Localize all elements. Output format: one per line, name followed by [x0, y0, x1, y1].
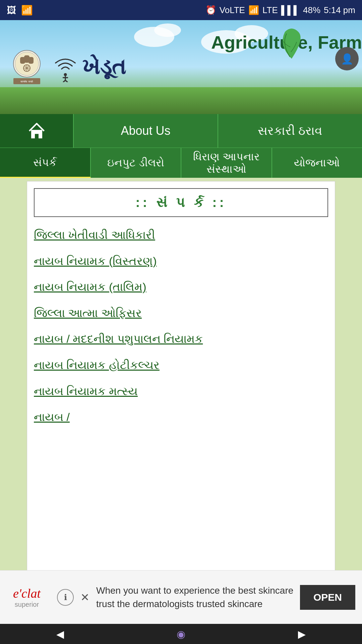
ad-close-icon[interactable]: ✕: [80, 591, 89, 604]
content-inner: :: સં પ ર્ક :: જિલ્લા ખેતીવાડી આધિકારીના…: [27, 181, 335, 577]
ad-text: When you want to experience the best ski…: [93, 584, 300, 610]
dhiran-nav-item[interactable]: ધિરાણ આપનાર સંસ્થાઓ: [181, 148, 272, 178]
grass-decoration: [0, 87, 362, 114]
network-icon: VoLTE: [220, 5, 245, 15]
svg-text:सत्यमेव जयते: सत्यमेव जयते: [20, 80, 33, 83]
header-banner: सत्यमेव जयते: [0, 20, 362, 114]
svg-rect-4: [24, 55, 29, 63]
national-emblem: सत्यमेव जयते: [10, 49, 44, 86]
eclat-logo: e'clat superior: [13, 586, 41, 608]
ad-logo-container: e'clat superior: [0, 583, 54, 612]
lte-icon: LTE: [262, 5, 278, 15]
contact-list-item: નાયબ નિયામક (તાલિમ): [34, 279, 328, 295]
contact-link-6[interactable]: નાયબ નિયામક મત્સ્ય: [34, 383, 328, 399]
status-bar-left: 🖼 📶: [7, 5, 33, 16]
contact-link-4[interactable]: નાયબ / મદદનીશ પશુપાલન નિયામક: [34, 331, 328, 347]
contact-link-0[interactable]: જિલ્લા ખેતીવાડી આધિકારી: [34, 227, 328, 243]
section-title: :: સં પ ર્ક ::: [34, 188, 328, 217]
battery-level: 48%: [303, 5, 320, 15]
about-us-nav-item[interactable]: About Us: [74, 114, 218, 148]
app-logo: सत्यमेव जयते: [10, 49, 126, 86]
contact-link-5[interactable]: નાયબ નિયામક હોટીકલ્ચર: [34, 357, 328, 373]
profile-circle[interactable]: 👤: [335, 47, 359, 70]
contact-link-3[interactable]: જિલ્લા આત્મા ઓફિસર: [34, 305, 328, 321]
contact-list-item: નાયબ /: [34, 409, 328, 425]
bottom-nav-forward[interactable]: ◀: [298, 628, 306, 640]
wifi-figure-icon: [50, 52, 80, 82]
nav-bar-2: સંપર્ક ઇનપુટ ડીલરો ધિરાણ આપનાર સંસ્થાઓ ય…: [0, 148, 362, 178]
ad-info-icon[interactable]: ℹ: [57, 589, 74, 606]
status-bar: 🖼 📶 ⏰ VoLTE 📶 LTE ▌▌▌ 48% 5:14 pm: [0, 0, 362, 20]
leaf-decoration: [272, 25, 312, 67]
svg-line-16: [65, 80, 68, 82]
wifi-icon: 📶: [21, 5, 33, 16]
alarm-icon: ⏰: [205, 5, 216, 15]
contact-link-7[interactable]: નાયબ /: [34, 409, 328, 425]
contact-list-item: નાયબ નિયામક (વિસ્તરણ): [34, 253, 328, 269]
svg-point-12: [64, 73, 67, 76]
contact-link-1[interactable]: નાયબ નિયામક (વિસ્તરણ): [34, 253, 328, 269]
bottom-nav-home-circle[interactable]: ◉: [177, 628, 185, 640]
contact-list-item: નાયબ / મદદનીશ પશુપાલન નિયામક: [34, 331, 328, 347]
photo-icon: 🖼: [7, 5, 16, 16]
ad-open-button[interactable]: OPEN: [300, 585, 355, 610]
nav-bar-1: About Us સરકારી ઠરાવ: [0, 114, 362, 148]
ad-banner: e'clat superior ℹ ✕ When you want to exp…: [0, 570, 362, 624]
contact-list-item: જિલ્લા ખેતીવાડી આધિકારી: [34, 227, 328, 243]
home-nav-button[interactable]: [0, 114, 74, 148]
clock: 5:14 pm: [324, 5, 355, 15]
content-area: :: સં પ ર્ક :: જિલ્લા ખેતીવાડી આધિકારીના…: [0, 178, 362, 580]
brand-logo-container: ખેડૂત: [50, 52, 126, 82]
sim-icon: 📶: [248, 5, 259, 15]
sarkar-thrav-nav-item[interactable]: સરકારી ઠરાવ: [218, 114, 362, 148]
eclat-brand-text: e'clat: [13, 586, 41, 601]
bottom-nav: ◀ ◉ ◀: [0, 624, 362, 644]
svg-line-15: [63, 80, 65, 82]
status-bar-right: ⏰ VoLTE 📶 LTE ▌▌▌ 48% 5:14 pm: [205, 5, 355, 15]
yojnao-nav-item[interactable]: યોજનાઓ: [272, 148, 362, 178]
contact-list-item: નાયબ નિયામક મત્સ્ય: [34, 383, 328, 399]
bottom-nav-back[interactable]: ◀: [56, 628, 64, 640]
contact-link-2[interactable]: નાયબ નિયામક (તાલિમ): [34, 279, 328, 295]
sampark-nav-item[interactable]: સંપર્ક: [0, 148, 91, 178]
signal-bars: ▌▌▌: [281, 5, 300, 15]
input-dealer-nav-item[interactable]: ઇનપુટ ડીલરો: [91, 148, 182, 178]
contact-list-item: જિલ્લા આત્મા ઓફિસર: [34, 305, 328, 321]
brand-text-gujarati: ખેડૂત: [82, 55, 126, 79]
cloud-2: [154, 23, 181, 37]
contact-list: જિલ્લા ખેતીવાડી આધિકારીનાયબ નિયામક (વિસ્…: [34, 227, 328, 425]
contact-list-item: નાયબ નિયામક હોટીકલ્ચર: [34, 357, 328, 373]
brand-name: ખેડૂત: [50, 52, 126, 82]
eclat-sub-text: superior: [15, 601, 39, 608]
